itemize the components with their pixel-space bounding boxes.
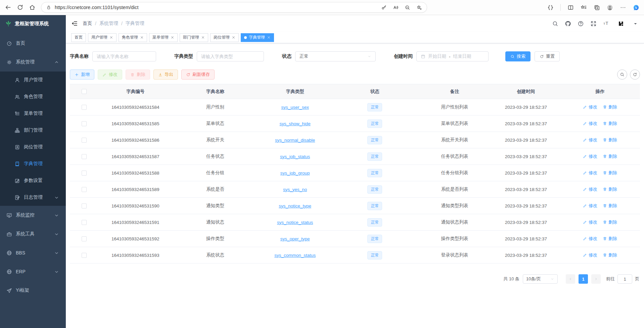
sidebar-item-dict[interactable]: 字典管理	[0, 155, 66, 172]
dict-type-link[interactable]: sys_notice_type	[279, 203, 311, 208]
row-edit-button[interactable]: 修改	[583, 153, 597, 159]
delete-button[interactable]: 删除	[126, 69, 150, 80]
browser-more-icon[interactable]	[620, 4, 626, 11]
add-button[interactable]: 新增	[70, 69, 94, 80]
reset-button[interactable]: 重置	[535, 51, 560, 61]
row-edit-button[interactable]: 修改	[583, 170, 597, 176]
user-menu-caret-icon[interactable]	[632, 20, 639, 27]
prev-page-button[interactable]	[566, 274, 575, 284]
row-checkbox[interactable]	[82, 138, 87, 143]
row-checkbox[interactable]	[82, 187, 87, 192]
font-size-icon[interactable]: TT	[603, 20, 609, 27]
row-delete-button[interactable]: 删除	[603, 186, 617, 192]
sidebar-collapse-icon[interactable]	[71, 20, 78, 27]
tab-home[interactable]: 首页	[71, 33, 86, 42]
status-select[interactable]: 正常	[295, 51, 376, 61]
browser-back-icon[interactable]	[5, 4, 11, 11]
row-checkbox[interactable]	[82, 171, 87, 176]
export-button[interactable]: 导出	[153, 69, 178, 80]
row-edit-button[interactable]: 修改	[583, 236, 597, 242]
sidebar-item-yi[interactable]: Yi框架	[0, 281, 66, 300]
browser-essentials-icon[interactable]	[547, 4, 554, 11]
sidebar-item-home[interactable]: 首页	[0, 34, 66, 53]
sidebar-item-bbs[interactable]: BBS	[0, 243, 66, 262]
row-checkbox[interactable]	[82, 203, 87, 208]
favorite-add-icon[interactable]	[416, 5, 422, 10]
edit-button[interactable]: 修改	[98, 69, 122, 80]
row-edit-button[interactable]: 修改	[583, 203, 597, 209]
dict-type-link[interactable]: sys_show_hide	[280, 121, 311, 126]
header-search-icon[interactable]	[552, 20, 558, 27]
dict-type-input[interactable]	[201, 54, 260, 59]
read-aloud-icon[interactable]	[393, 5, 399, 10]
dict-type-link[interactable]: sys_oper_type	[280, 236, 310, 241]
sidebar-item-erp[interactable]: ERP	[0, 262, 66, 281]
row-edit-button[interactable]: 修改	[583, 219, 597, 225]
tab-close-icon[interactable]	[201, 36, 205, 39]
row-delete-button[interactable]: 删除	[603, 252, 617, 258]
tab-role[interactable]: 角色管理	[119, 33, 147, 42]
tab-close-icon[interactable]	[140, 36, 144, 39]
next-page-button[interactable]	[591, 274, 601, 284]
tab-user[interactable]: 用户管理	[88, 33, 117, 42]
breadcrumb-home[interactable]: 首页	[83, 20, 92, 27]
browser-profile-avatar[interactable]	[607, 4, 613, 11]
row-edit-button[interactable]: 修改	[583, 252, 597, 258]
sidebar-item-param[interactable]: 参数设置	[0, 172, 66, 189]
row-checkbox[interactable]	[82, 154, 87, 159]
page-number-1[interactable]: 1	[579, 274, 588, 284]
tab-menu[interactable]: 菜单管理	[149, 33, 178, 42]
dict-type-link[interactable]: sys_user_sex	[281, 105, 309, 110]
row-checkbox[interactable]	[82, 236, 87, 241]
url-text[interactable]: https://ccnetcore.com:1101/system/dict	[55, 5, 378, 10]
row-delete-button[interactable]: 删除	[603, 121, 617, 127]
browser-home-icon[interactable]	[29, 4, 36, 11]
row-delete-button[interactable]: 删除	[603, 153, 617, 159]
tab-close-icon[interactable]	[232, 36, 235, 39]
dict-type-link[interactable]: sys_job_status	[280, 154, 310, 159]
dict-type-link[interactable]: sys_job_group	[280, 171, 310, 176]
sidebar-item-dept[interactable]: 部门管理	[0, 122, 66, 139]
sidebar-item-system[interactable]: 系统管理	[0, 53, 66, 72]
app-logo[interactable]: 意框架管理系统	[0, 15, 66, 32]
address-bar[interactable]: https://ccnetcore.com:1101/system/dict	[41, 2, 427, 13]
row-delete-button[interactable]: 删除	[603, 203, 617, 209]
collections-icon[interactable]	[594, 4, 600, 11]
refresh-table-button[interactable]	[630, 69, 640, 80]
tab-dept[interactable]: 部门管理	[180, 33, 208, 42]
row-edit-button[interactable]: 修改	[583, 104, 597, 110]
goto-page-input[interactable]	[617, 274, 632, 284]
row-edit-button[interactable]: 修改	[583, 137, 597, 143]
dict-type-link[interactable]: sys_yes_no	[283, 187, 307, 192]
row-delete-button[interactable]: 删除	[603, 170, 617, 176]
row-delete-button[interactable]: 删除	[603, 219, 617, 225]
dict-type-link[interactable]: sys_notice_status	[277, 220, 313, 225]
password-key-icon[interactable]	[381, 5, 387, 10]
fullscreen-icon[interactable]	[590, 20, 597, 27]
sidebar-item-post[interactable]: 岗位管理	[0, 139, 66, 155]
sidebar-item-menu[interactable]: 菜单管理	[0, 105, 66, 122]
sidebar-item-log[interactable]: 日志管理	[0, 189, 66, 206]
help-icon[interactable]	[578, 20, 584, 27]
bing-chat-icon[interactable]: b	[633, 4, 639, 11]
row-checkbox[interactable]	[82, 105, 87, 110]
dict-name-input[interactable]	[97, 54, 152, 59]
sidebar-item-tool[interactable]: 系统工具	[0, 225, 66, 243]
row-delete-button[interactable]: 删除	[603, 236, 617, 242]
tab-close-icon[interactable]	[109, 36, 113, 39]
favorites-icon[interactable]	[581, 4, 587, 11]
dict-type-link[interactable]: sys_common_status	[274, 253, 316, 258]
row-delete-button[interactable]: 删除	[603, 104, 617, 110]
search-button[interactable]: 搜索	[505, 51, 531, 61]
page-size-select[interactable]: 10条/页	[523, 274, 558, 284]
sidebar-item-monitor[interactable]: 系统监控	[0, 206, 66, 225]
browser-reload-icon[interactable]	[17, 4, 24, 11]
date-range-picker[interactable]: 开始日期 - 结束日期	[416, 51, 489, 61]
tab-close-icon[interactable]	[267, 36, 271, 39]
tab-post[interactable]: 岗位管理	[210, 33, 239, 42]
row-checkbox[interactable]	[82, 121, 87, 126]
toggle-search-button[interactable]	[617, 69, 627, 80]
row-delete-button[interactable]: 删除	[603, 137, 617, 143]
tab-dict[interactable]: 字典管理	[241, 33, 274, 42]
refresh-cache-button[interactable]: 刷新缓存	[181, 69, 215, 80]
